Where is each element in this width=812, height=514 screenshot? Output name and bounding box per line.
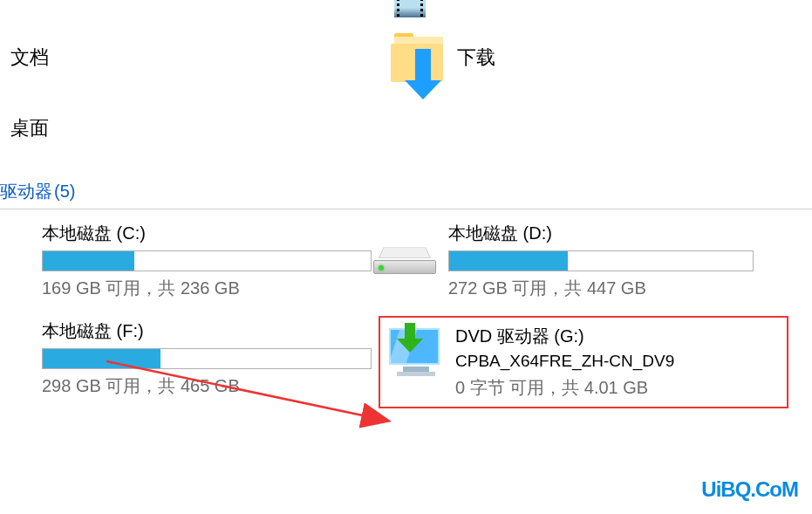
section-count: (5) <box>54 182 75 202</box>
drive-d-name: 本地磁盘 (D:) <box>448 222 785 245</box>
downloads-folder[interactable]: 下载 <box>391 33 722 82</box>
drive-d-status: 272 GB 可用，共 447 GB <box>448 277 785 300</box>
drive-c-usage-bar <box>42 250 372 271</box>
hdd-icon <box>373 237 436 279</box>
desktop-folder[interactable]: 桌面 <box>0 108 314 148</box>
drive-f-usage-bar <box>42 348 372 369</box>
drive-d[interactable]: 本地磁盘 (D:) 272 GB 可用，共 447 GB <box>379 218 788 304</box>
dvd-install-icon <box>389 328 443 382</box>
section-title: 驱动器 <box>0 180 52 203</box>
drive-c-status: 169 GB 可用，共 236 GB <box>42 277 372 300</box>
drive-c[interactable]: 本地磁盘 (C:) 169 GB 可用，共 236 GB <box>0 218 375 304</box>
drive-f[interactable]: 本地磁盘 (F:) 298 GB 可用，共 465 GB <box>0 316 375 408</box>
drive-f-name: 本地磁盘 (F:) <box>42 319 372 343</box>
drive-f-status: 298 GB 可用，共 465 GB <box>42 374 372 398</box>
drive-g-label: CPBA_X64FRE_ZH-CN_DV9 <box>455 352 778 371</box>
videos-folder-icon-partial <box>394 0 426 17</box>
drive-d-usage-bar <box>448 250 754 271</box>
downloads-folder-icon <box>391 33 447 82</box>
drive-g-name: DVD 驱动器 (G:) <box>455 325 778 348</box>
documents-folder[interactable]: 文档 <box>0 33 314 82</box>
drive-g-status: 0 字节 可用，共 4.01 GB <box>455 376 778 400</box>
drives-section-header[interactable]: 驱动器 (5) <box>0 180 812 203</box>
downloads-label: 下载 <box>457 45 495 71</box>
documents-label: 文档 <box>10 45 49 71</box>
watermark: UiBQ.CoM <box>701 477 798 502</box>
section-divider <box>0 209 812 209</box>
drive-c-name: 本地磁盘 (C:) <box>42 222 372 245</box>
drive-g-dvd[interactable]: DVD 驱动器 (G:) CPBA_X64FRE_ZH-CN_DV9 0 字节 … <box>379 316 788 408</box>
desktop-label: 桌面 <box>10 115 49 141</box>
